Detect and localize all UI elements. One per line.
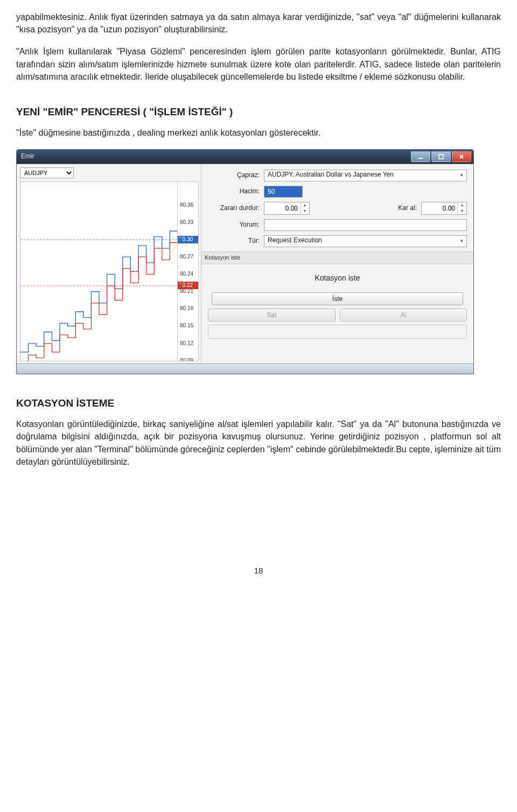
window-bottom-bar (17, 363, 473, 374)
maximize-button[interactable] (431, 151, 451, 162)
chevron-down-icon[interactable]: ▼ (301, 208, 309, 214)
section-heading-1: YENİ "EMİR" PENCERESİ ( "İŞLEM İSTEĞİ" ) (16, 104, 501, 120)
yorum-label: Yorum: (208, 220, 260, 229)
close-button[interactable] (452, 151, 471, 162)
hacim-label: Hacim: (208, 187, 260, 196)
sat-button[interactable]: Sat (208, 309, 336, 321)
body-paragraph-1: yapabilmektesiniz. Anlık fiyat üzerinden… (16, 11, 501, 36)
karal-input[interactable] (422, 202, 457, 214)
chevron-up-icon[interactable]: ▲ (301, 202, 309, 208)
chart-svg (20, 182, 178, 361)
y-axis-scale: 80.3680.3380.3080.2780.2480.2180.1880.15… (177, 182, 198, 361)
zarar-stepper[interactable]: ▲▼ (264, 202, 310, 215)
titlebar[interactable]: Emir (17, 150, 473, 164)
karal-stepper[interactable]: ▲▼ (421, 202, 467, 215)
y-tick: 80.36 (180, 201, 193, 209)
order-form: Çapraz: AUDJPY, Australian Dollar vs Jap… (201, 164, 473, 363)
zarar-label: Zararı durdur: (208, 204, 260, 213)
y-tick: 80.27 (180, 253, 193, 261)
section-heading-2: KOTASYON İSTEME (16, 396, 501, 411)
yorum-input[interactable] (264, 219, 467, 231)
body-paragraph-4: Kotasyonları görüntülediğinizde, birkaç … (16, 418, 501, 468)
price-marker: 80.22 (178, 282, 198, 289)
maximize-icon (438, 154, 444, 159)
chevron-down-icon[interactable]: ▼ (458, 208, 466, 214)
body-paragraph-2: "Anlık İşlem kullanılarak "Piyasa Gözlem… (16, 45, 501, 83)
tur-label: Tür: (208, 236, 260, 246)
chart-panel: AUDJPY 80.3680.3380.3080.2780.2480.2180.… (17, 164, 201, 363)
body-paragraph-3: "İste" düğmesine bastığınızda , dealing … (16, 127, 501, 139)
tur-value: Request Execution (268, 236, 322, 244)
y-tick: 80.18 (180, 305, 193, 313)
al-button[interactable]: Al (340, 309, 467, 321)
capraz-value: AUDJPY, Australian Dollar vs Japanese Ye… (268, 171, 394, 178)
minimize-icon (418, 154, 423, 159)
kotasyon-section-bar: Kotasyon iste (201, 251, 473, 264)
capraz-select[interactable]: AUDJPY, Australian Dollar vs Japanese Ye… (264, 170, 467, 181)
iste-button[interactable]: İste (212, 292, 463, 305)
window-title: Emir (21, 152, 411, 161)
status-box (208, 325, 467, 339)
price-chart[interactable]: 80.3680.3380.3080.2780.2480.2180.1880.15… (20, 181, 199, 361)
y-tick: 80.15 (180, 322, 193, 330)
symbol-select[interactable]: AUDJPY (20, 167, 74, 178)
hacim-input[interactable] (264, 186, 303, 198)
tur-select[interactable]: Request Execution (264, 235, 467, 247)
page-number: 18 (16, 565, 501, 577)
capraz-label: Çapraz: (208, 171, 260, 180)
emir-window: Emir AUDJPY 80.3680.3380.3080.2780.2480.… (16, 149, 474, 374)
y-tick: 80.09 (180, 356, 193, 361)
minimize-button[interactable] (411, 151, 430, 162)
price-marker: 80.30 (178, 236, 198, 243)
karal-label: Kar al: (390, 204, 417, 213)
y-tick: 80.33 (180, 218, 193, 226)
chevron-up-icon[interactable]: ▲ (458, 202, 466, 208)
y-tick: 80.12 (180, 339, 193, 347)
y-tick: 80.24 (180, 270, 193, 278)
close-icon (459, 154, 464, 159)
kotasyon-label-row: Kotasyon iste (212, 270, 463, 286)
svg-rect-1 (439, 155, 443, 159)
svg-rect-0 (418, 158, 423, 159)
zarar-input[interactable] (264, 202, 300, 214)
